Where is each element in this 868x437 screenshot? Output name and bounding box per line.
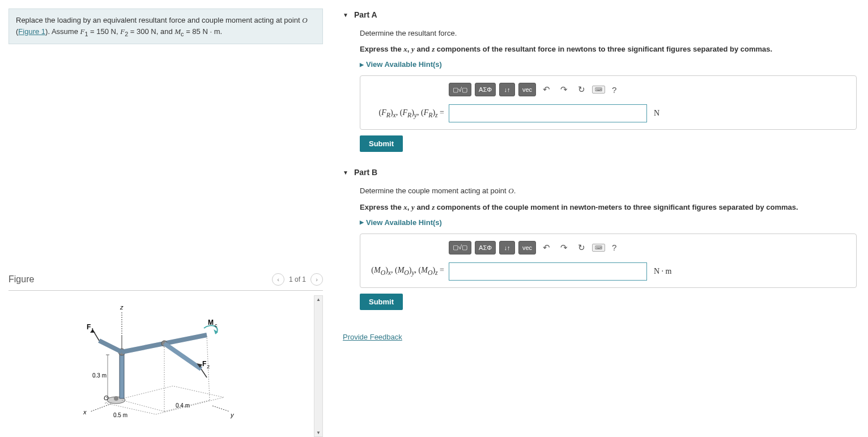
svg-line-24 bbox=[164, 400, 210, 411]
equation-toolbar: ▢√▢ ΑΣΦ ↓↑ vec ↶ ↷ ↻ ⌨ ? bbox=[449, 241, 849, 254]
dim-04m: 0.4 m bbox=[176, 402, 190, 409]
reset-button[interactable]: ↻ bbox=[575, 241, 589, 254]
f2-label: F bbox=[202, 360, 206, 368]
redo-button[interactable]: ↷ bbox=[557, 241, 571, 254]
tool-greek-button[interactable]: ΑΣΦ bbox=[475, 241, 496, 254]
tool-templates-button[interactable]: ▢√▢ bbox=[449, 83, 471, 96]
svg-line-16 bbox=[164, 343, 201, 369]
part-b-answer-box: ▢√▢ ΑΣΦ ↓↑ vec ↶ ↷ ↻ ⌨ ? (MO)x, (MO)y, (… bbox=[360, 234, 857, 288]
undo-button[interactable]: ↶ bbox=[539, 83, 554, 96]
axis-y-label: y bbox=[230, 411, 235, 418]
keyboard-button[interactable]: ⌨ bbox=[592, 244, 605, 252]
figure-prev-button[interactable]: ‹ bbox=[272, 273, 284, 286]
tool-vec-button[interactable]: vec bbox=[518, 83, 536, 96]
part-a-answer-input[interactable] bbox=[449, 104, 647, 122]
part-a-header[interactable]: ▼ Part A bbox=[343, 6, 857, 24]
figure-next-button[interactable]: › bbox=[310, 273, 323, 286]
part-b-input-label: (MO)x, (MO)y, (MO)z = bbox=[367, 266, 444, 277]
part-a-input-label: (FR)x, (FR)y, (FR)z = bbox=[367, 108, 444, 119]
figure-scrollbar[interactable]: ▲ ▼ bbox=[314, 295, 323, 437]
part-a-instruction-2: Express the x, y and z components of the… bbox=[360, 44, 857, 54]
scroll-up-icon[interactable]: ▲ bbox=[316, 297, 321, 302]
redo-button[interactable]: ↷ bbox=[557, 83, 571, 96]
part-b-instruction-2: Express the x, y and z components of the… bbox=[360, 202, 857, 213]
part-b-title: Part B bbox=[354, 168, 377, 177]
axis-z-label: z bbox=[120, 304, 124, 311]
figure-section: Figure ‹ 1 of 1 › z bbox=[8, 273, 323, 437]
problem-text: Replace the loading by an equivalent res… bbox=[16, 16, 302, 24]
part-a-instruction-1: Determine the resultant force. bbox=[360, 28, 857, 39]
part-b-hints-toggle[interactable]: ▶ View Available Hint(s) bbox=[360, 218, 857, 227]
dim-05m: 0.5 m bbox=[113, 412, 127, 418]
part-a-answer-box: ▢√▢ ΑΣΦ ↓↑ vec ↶ ↷ ↻ ⌨ ? (FR)x, (FR)y, (… bbox=[360, 75, 857, 130]
f1-sub: 1 bbox=[91, 327, 94, 333]
part-a-submit-button[interactable]: Submit bbox=[360, 135, 403, 152]
part-a-hints-toggle[interactable]: ▶ View Available Hint(s) bbox=[360, 60, 857, 69]
caret-right-icon: ▶ bbox=[360, 62, 364, 67]
undo-button[interactable]: ↶ bbox=[539, 241, 554, 254]
part-a-unit: N bbox=[654, 109, 659, 118]
svg-line-17 bbox=[201, 369, 207, 377]
tool-vec-button[interactable]: vec bbox=[518, 241, 536, 254]
mc-sub: c bbox=[215, 323, 218, 328]
caret-down-icon: ▼ bbox=[343, 12, 348, 18]
reset-button[interactable]: ↻ bbox=[575, 83, 589, 96]
tool-templates-button[interactable]: ▢√▢ bbox=[449, 241, 471, 254]
help-button[interactable]: ? bbox=[609, 84, 620, 96]
caret-down-icon: ▼ bbox=[343, 169, 348, 176]
origin-label: O bbox=[104, 394, 109, 401]
mc-label: M bbox=[208, 319, 214, 326]
equation-toolbar: ▢√▢ ΑΣΦ ↓↑ vec ↶ ↷ ↻ ⌨ ? bbox=[449, 83, 849, 96]
figure-title: Figure bbox=[8, 274, 34, 285]
part-b-unit: N · m bbox=[654, 267, 672, 276]
part-b-answer-input[interactable] bbox=[449, 262, 647, 281]
help-button[interactable]: ? bbox=[609, 241, 620, 253]
var-O: O bbox=[302, 16, 307, 24]
svg-line-22 bbox=[122, 400, 164, 411]
dim-03m: 0.3 m bbox=[92, 372, 107, 379]
svg-rect-6 bbox=[120, 352, 124, 398]
provide-feedback-link[interactable]: Provide Feedback bbox=[343, 333, 402, 341]
f1-label: F bbox=[87, 323, 91, 331]
figure-image: z x y O bbox=[8, 295, 314, 437]
tool-arrows-button[interactable]: ↓↑ bbox=[499, 83, 515, 96]
part-b-header[interactable]: ▼ Part B bbox=[343, 163, 857, 181]
part-a-title: Part A bbox=[354, 10, 377, 19]
f2-sub: 2 bbox=[207, 364, 210, 370]
svg-line-3 bbox=[212, 406, 229, 411]
svg-point-5 bbox=[114, 396, 118, 401]
part-b-submit-button[interactable]: Submit bbox=[360, 294, 403, 310]
figure-counter: 1 of 1 bbox=[289, 275, 306, 283]
caret-right-icon: ▶ bbox=[360, 219, 364, 225]
keyboard-button[interactable]: ⌨ bbox=[592, 86, 605, 94]
tool-arrows-button[interactable]: ↓↑ bbox=[499, 241, 515, 254]
scroll-down-icon[interactable]: ▼ bbox=[316, 430, 321, 435]
part-b-instruction-1: Determine the couple moment acting at po… bbox=[360, 186, 857, 196]
svg-line-9 bbox=[99, 341, 122, 352]
problem-statement: Replace the loading by an equivalent res… bbox=[8, 9, 323, 44]
axis-x-label: x bbox=[83, 409, 87, 415]
tool-greek-button[interactable]: ΑΣΦ bbox=[475, 83, 496, 96]
figure-link[interactable]: Figure 1 bbox=[18, 27, 45, 36]
